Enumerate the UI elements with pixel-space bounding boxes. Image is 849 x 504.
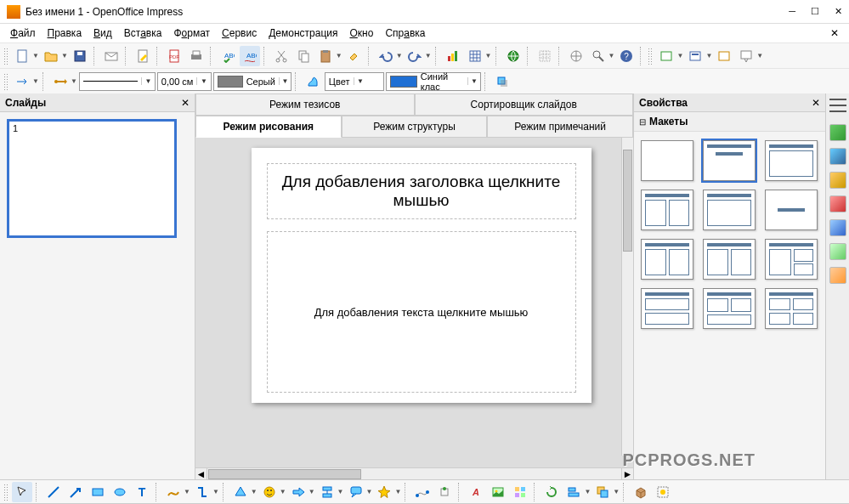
menu-format[interactable]: Формат — [168, 25, 215, 41]
print-button[interactable] — [186, 46, 207, 66]
slides-list[interactable]: 1 — [0, 112, 195, 479]
menu-edit[interactable]: Правка — [42, 25, 88, 41]
content-placeholder[interactable]: Для добавления текста щелкните мышью — [267, 231, 576, 393]
arrow-tool[interactable] — [65, 482, 86, 502]
layout-6[interactable] — [765, 190, 818, 230]
table-dropdown[interactable]: ▼ — [485, 52, 492, 59]
slide-thumbnail[interactable]: 1 — [7, 119, 177, 238]
layout-title-content[interactable] — [703, 140, 756, 181]
minimize-button[interactable]: ─ — [789, 6, 795, 17]
cut-button[interactable] — [271, 46, 291, 66]
rotate-tool[interactable] — [541, 482, 562, 502]
export-pdf-button[interactable]: PDF — [164, 46, 184, 66]
redo-button[interactable] — [405, 46, 425, 66]
sidebar-navigator-icon[interactable] — [829, 267, 846, 284]
tab-notes[interactable]: Режим примечаний — [487, 116, 633, 138]
zoom-button[interactable] — [588, 46, 608, 66]
copy-button[interactable] — [293, 46, 314, 66]
text-tool[interactable]: T — [132, 482, 152, 502]
grid-button[interactable] — [535, 46, 555, 66]
slide-layout-button[interactable] — [714, 46, 734, 66]
layouts-section-header[interactable]: Макеты — [634, 112, 825, 132]
layout-4[interactable] — [641, 190, 693, 230]
layout-7[interactable] — [641, 239, 693, 280]
slide-design-button[interactable] — [685, 46, 705, 66]
line-endings-button[interactable] — [50, 71, 71, 92]
extrusion-tool[interactable] — [631, 482, 651, 502]
stars-tool[interactable] — [374, 482, 394, 502]
new-dropdown[interactable]: ▼ — [32, 52, 39, 59]
sidebar-menu-icon[interactable] — [829, 99, 846, 112]
layout-11[interactable] — [703, 288, 756, 329]
shadow-button[interactable] — [492, 71, 512, 92]
line-color-combo[interactable]: Серый▼ — [213, 72, 291, 91]
arrow-style-button[interactable] — [12, 71, 32, 92]
open-button[interactable] — [41, 46, 61, 66]
properties-close-icon[interactable]: ✕ — [812, 97, 820, 109]
from-file-tool[interactable] — [488, 482, 508, 502]
edit-doc-button[interactable] — [133, 46, 153, 66]
slides-panel-close-icon[interactable]: ✕ — [181, 97, 190, 109]
tab-outline[interactable]: Режим структуры — [342, 116, 488, 138]
points-tool[interactable] — [412, 482, 433, 502]
sidebar-styles-icon[interactable] — [829, 219, 846, 236]
menu-window[interactable]: Окно — [344, 25, 378, 41]
layout-10[interactable] — [641, 288, 693, 329]
slide-page[interactable]: Для добавления заголовка щелкните мышью … — [252, 148, 591, 403]
menu-insert[interactable]: Вставка — [119, 25, 167, 41]
fontwork-tool[interactable]: A — [466, 482, 486, 502]
layout-9[interactable] — [765, 239, 818, 280]
undo-dropdown[interactable]: ▼ — [396, 52, 403, 59]
menu-slideshow[interactable]: Демонстрация — [263, 25, 342, 41]
paste-button[interactable] — [315, 46, 336, 66]
fill-color-combo[interactable]: Синий клас▼ — [386, 72, 481, 91]
vertical-scrollbar[interactable] — [621, 138, 633, 456]
canvas[interactable]: Для добавления заголовка щелкните мышью … — [195, 138, 633, 467]
connector-tool[interactable] — [192, 482, 212, 502]
flowchart-tool[interactable] — [317, 482, 337, 502]
basic-shapes-tool[interactable] — [230, 482, 251, 502]
paste-dropdown[interactable]: ▼ — [336, 52, 342, 59]
auto-spellcheck-button[interactable]: ABC — [240, 46, 260, 66]
gluepoints-tool[interactable] — [434, 482, 455, 502]
menu-help[interactable]: Справка — [380, 25, 430, 41]
horizontal-scrollbar[interactable]: ◄► — [195, 467, 633, 479]
save-button[interactable] — [70, 46, 90, 66]
new-button[interactable] — [12, 46, 32, 66]
layout-8[interactable] — [703, 239, 756, 280]
block-arrows-tool[interactable] — [288, 482, 308, 502]
close-button[interactable]: ✕ — [835, 6, 842, 17]
rectangle-tool[interactable] — [88, 482, 108, 502]
line-tool[interactable] — [43, 482, 64, 502]
chart-button[interactable] — [443, 46, 463, 66]
symbol-shapes-tool[interactable] — [259, 482, 280, 502]
layout-title-2content[interactable] — [765, 140, 818, 181]
open-dropdown[interactable]: ▼ — [61, 52, 68, 59]
arrange-tool[interactable] — [592, 482, 613, 502]
format-paintbrush-button[interactable] — [344, 46, 365, 66]
sidebar-animation-icon[interactable] — [829, 172, 846, 189]
interaction-tool[interactable] — [653, 482, 673, 502]
ellipse-tool[interactable] — [110, 482, 130, 502]
menu-tools[interactable]: Сервис — [217, 25, 262, 41]
email-button[interactable] — [101, 46, 122, 66]
hyperlink-button[interactable] — [503, 46, 524, 66]
sidebar-master-icon[interactable] — [829, 148, 846, 165]
layout-12[interactable] — [765, 288, 818, 329]
menu-file[interactable]: Файл — [5, 25, 41, 41]
toolbar-handle-3[interactable] — [3, 73, 8, 90]
undo-button[interactable] — [376, 46, 396, 66]
layout-blank[interactable] — [641, 140, 693, 181]
close-doc-button[interactable]: ✕ — [825, 25, 844, 41]
tab-sorter[interactable]: Сортировщик слайдов — [415, 93, 634, 116]
callout-tool[interactable] — [346, 482, 366, 502]
maximize-button[interactable]: ☐ — [811, 6, 819, 17]
sidebar-transition-icon[interactable] — [829, 195, 846, 212]
line-width-combo[interactable]: 0,00 см▼ — [157, 72, 212, 91]
fill-style-combo[interactable]: Цвет▼ — [325, 72, 384, 91]
toolbar-handle-2[interactable] — [648, 48, 653, 65]
sidebar-properties-icon[interactable] — [829, 124, 846, 141]
align-tool[interactable] — [563, 482, 584, 502]
gallery-tool[interactable] — [510, 482, 530, 502]
select-tool[interactable] — [12, 482, 32, 502]
